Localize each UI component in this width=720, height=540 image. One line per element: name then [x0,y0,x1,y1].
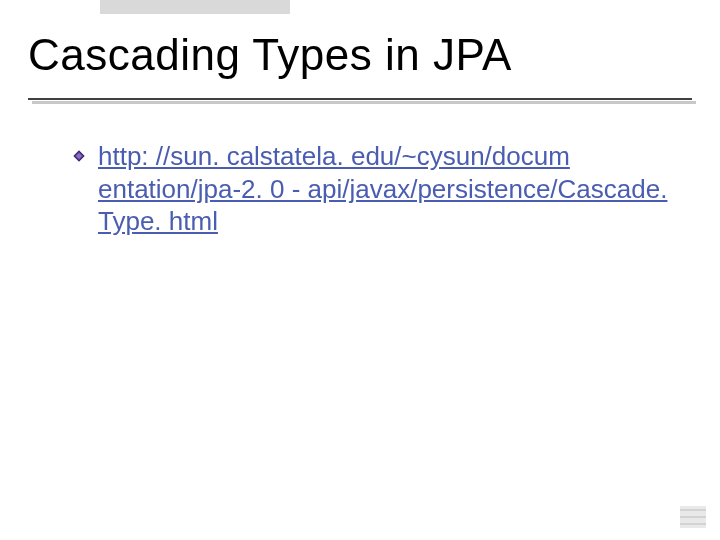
slide-body: http: //sun. calstatela. edu/~cysun/docu… [72,140,680,238]
title-underline [28,98,692,100]
top-shade-decoration [100,0,290,14]
diamond-bullet-icon [72,149,86,163]
bullet-item: http: //sun. calstatela. edu/~cysun/docu… [72,140,680,238]
documentation-link[interactable]: http: //sun. calstatela. edu/~cysun/docu… [98,141,667,236]
corner-decoration-icon [680,506,706,528]
title-underline-shadow [32,101,696,104]
slide-title: Cascading Types in JPA [28,30,692,80]
slide: Cascading Types in JPA http: //sun. cals… [0,0,720,540]
